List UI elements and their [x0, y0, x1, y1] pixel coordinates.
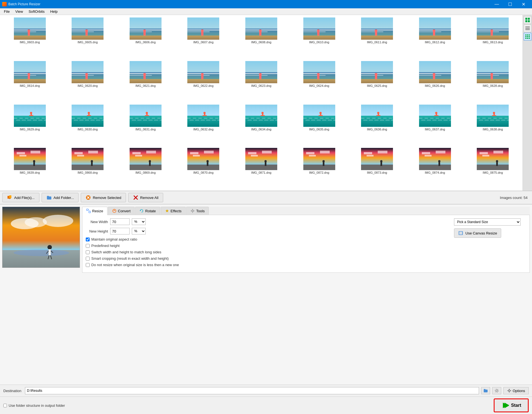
thumbnail-item[interactable]: IMG_0873.dng [348, 147, 406, 190]
thumbnail-item[interactable]: IMG_0608.dng [233, 16, 290, 59]
add-folder-button[interactable]: Add Folder... [42, 193, 79, 202]
tab-content-resize: New Width %pxcmmm New Height %pxcmmm [82, 215, 530, 273]
thumbnail-item[interactable]: IMG_0638.dng [464, 103, 521, 146]
thumbnail-item[interactable]: IMG_0620.dng [59, 60, 117, 103]
new-height-label: New Height [86, 229, 108, 233]
thumbnail-item[interactable]: IMG_0614.dng [1, 60, 59, 103]
thumbnail-item[interactable]: IMG_0636.dng [348, 103, 406, 146]
options-button[interactable]: Options [503, 387, 529, 394]
svg-point-30 [47, 245, 52, 249]
svg-text:+: + [9, 198, 11, 200]
thumbnail-item[interactable]: IMG_0624.dng [291, 60, 348, 103]
thumbnail-item[interactable]: IMG_0625.dng [348, 60, 406, 103]
new-height-input[interactable] [110, 228, 130, 234]
app-title: Batch Picture Resizer [8, 2, 40, 6]
grid-view-btn[interactable] [524, 33, 531, 41]
add-files-button[interactable]: + Add File(s)... [2, 193, 39, 202]
thumbnail-item[interactable]: IMG_0872.dng [291, 147, 348, 190]
svg-marker-58 [505, 403, 509, 408]
switch-dimensions-label: Switch width and height to match long si… [91, 250, 161, 254]
large-thumbnail-view-btn[interactable] [524, 16, 531, 24]
menu-view[interactable]: View [12, 9, 26, 14]
maximize-button[interactable]: ☐ [504, 0, 516, 8]
add-files-label: Add File(s)... [14, 196, 35, 200]
thumbnail-item[interactable]: IMG_0635.dng [291, 103, 348, 146]
thumbnail-label: IMG_0870.dng [193, 171, 214, 174]
thumbnail-item[interactable]: IMG_0603.dng [1, 16, 59, 59]
thumbnail-item[interactable]: IMG_0639.dng [1, 147, 59, 190]
predefined-height-checkbox[interactable] [86, 244, 90, 248]
thumbnail-label: IMG_0626.dng [425, 84, 445, 87]
close-button[interactable]: ✕ [517, 0, 530, 8]
tab-effects[interactable]: Effects [161, 207, 186, 215]
menu-help[interactable]: Help [47, 9, 60, 14]
tab-convert[interactable]: Convert [108, 207, 135, 215]
svg-rect-12 [529, 36, 530, 37]
thumbnail-item[interactable]: IMG_0610.dng [291, 16, 348, 59]
predefined-height-label: Predefined height [91, 244, 120, 248]
smart-crop-checkbox[interactable] [86, 257, 90, 261]
switch-dimensions-row: Switch width and height to match long si… [86, 250, 448, 254]
maintain-ratio-checkbox[interactable] [86, 238, 90, 241]
thumbnail-item[interactable]: IMG_0629.dng [1, 103, 59, 146]
thumbnail-item[interactable]: IMG_0870.dng [175, 147, 232, 190]
thumbnail-label: IMG_0614.dng [20, 84, 40, 87]
thumbnail-item[interactable]: IMG_0607.dng [175, 16, 232, 59]
new-width-label: New Width [86, 220, 108, 224]
remove-selected-button[interactable]: Remove Selected [81, 193, 126, 202]
thumbnail-item[interactable]: IMG_0874.dng [406, 147, 464, 190]
thumbnail-item[interactable]: IMG_0869.dng [117, 147, 174, 190]
thumbnail-item[interactable]: IMG_0613.dng [464, 16, 521, 59]
thumbnail-item[interactable]: IMG_0628.dng [464, 60, 521, 103]
thumbnail-item[interactable]: IMG_0623.dng [233, 60, 290, 103]
height-unit-select[interactable]: %pxcmmm [132, 228, 146, 234]
thumbnail-item[interactable]: IMG_0611.dng [348, 16, 406, 59]
start-label: Start [511, 403, 521, 408]
thumbnail-item[interactable]: IMG_0630.dng [59, 103, 117, 146]
standard-size-select[interactable]: Pick a Standard Size [454, 218, 521, 226]
maintain-ratio-label: Maintain original aspect ratio [91, 237, 137, 241]
svg-point-29 [14, 249, 69, 256]
switch-dimensions-checkbox[interactable] [86, 250, 90, 254]
thumbnail-label: IMG_0634.dng [251, 128, 271, 131]
svg-rect-7 [525, 34, 526, 36]
thumbnail-item[interactable]: IMG_0632.dng [175, 103, 232, 146]
thumbnail-item[interactable]: IMG_0868.dng [59, 147, 117, 190]
tab-tools[interactable]: Tools [186, 207, 209, 215]
thumbnail-item[interactable]: IMG_0605.dng [59, 16, 117, 59]
browse-destination-button[interactable] [481, 387, 490, 394]
remove-all-label: Remove All [140, 196, 158, 200]
thumbnail-label: IMG_0872.dng [309, 171, 329, 174]
no-resize-checkbox[interactable] [86, 263, 90, 267]
thumbnail-item[interactable]: IMG_0621.dng [117, 60, 174, 103]
thumbnail-item[interactable]: IMG_0875.dng [464, 147, 521, 190]
thumbnail-label: IMG_0631.dng [135, 128, 156, 131]
thumbnail-item[interactable]: IMG_0622.dng [175, 60, 232, 103]
thumbnail-label: IMG_0611.dng [367, 41, 387, 44]
thumbnail-item[interactable]: IMG_0626.dng [406, 60, 464, 103]
start-button[interactable]: Start [494, 398, 529, 412]
width-unit-select[interactable]: %pxcmmm [132, 218, 146, 225]
thumbnail-label: IMG_0625.dng [367, 84, 387, 87]
menu-softorbits[interactable]: SoftOrbits [26, 9, 47, 14]
tab-resize[interactable]: Resize [82, 207, 107, 215]
thumbnail-item[interactable]: IMG_0631.dng [117, 103, 174, 146]
canvas-resize-button[interactable]: Use Canvas Resize [454, 228, 501, 238]
folder-structure-checkbox[interactable] [3, 404, 7, 407]
settings-button[interactable] [492, 387, 501, 394]
remove-all-button[interactable]: Remove All [128, 193, 163, 202]
thumbnail-item[interactable]: IMG_0634.dng [233, 103, 290, 146]
tab-rotate[interactable]: Rotate [135, 207, 160, 215]
menu-file[interactable]: File [1, 9, 12, 14]
svg-rect-3 [528, 20, 530, 22]
minimize-button[interactable]: — [490, 0, 503, 8]
svg-rect-37 [89, 211, 90, 213]
list-view-btn[interactable] [524, 24, 531, 32]
thumbnail-item[interactable]: IMG_0637.dng [406, 103, 464, 146]
thumbnail-item[interactable]: IMG_0606.dng [117, 16, 174, 59]
destination-input[interactable] [25, 387, 479, 394]
thumbnail-item[interactable]: IMG_0612.dng [406, 16, 464, 59]
thumbnail-item[interactable]: IMG_0871.dng [233, 147, 290, 190]
new-width-input[interactable] [110, 218, 130, 225]
add-folder-label: Add Folder... [54, 196, 74, 200]
